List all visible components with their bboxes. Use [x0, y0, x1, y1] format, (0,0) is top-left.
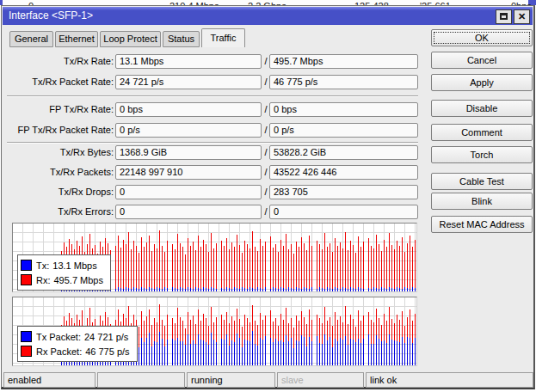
slash-separator: / — [262, 165, 269, 180]
tx-packet-rate-field[interactable]: 24 721 p/s — [115, 75, 262, 89]
tx-errors-field[interactable]: 0 — [115, 205, 262, 219]
field-label: Tx/Rx Packets: — [5, 165, 114, 180]
field-label: Tx/Rx Errors: — [5, 205, 114, 219]
slash-separator: / — [262, 54, 269, 69]
fp-tx-rate-field[interactable]: 0 bps — [115, 102, 262, 117]
field-label: Tx/Rx Rate: — [5, 54, 114, 69]
field-label: FP Tx/Rx Packet Rate: — [5, 123, 114, 138]
disable-button[interactable]: Disable — [431, 100, 533, 117]
tx-packets-field[interactable]: 22148 997 910 — [115, 165, 262, 180]
status-running: running — [187, 372, 275, 388]
traffic-rate-legend: Tx:13.1 Mbps Rx:495.7 Mbps — [17, 254, 111, 291]
legend-row: Tx:13.1 Mbps — [21, 258, 103, 273]
slash-separator: / — [262, 123, 269, 138]
legend-label: Rx Packet:46 775 p/s — [36, 346, 130, 357]
rx-packets-field[interactable]: 43522 426 446 — [269, 165, 418, 180]
tab-traffic[interactable]: Traffic — [201, 28, 245, 47]
blink-button[interactable]: Blink — [431, 193, 533, 210]
slash-separator: / — [262, 145, 269, 160]
cancel-button[interactable]: Cancel — [431, 52, 533, 69]
slash-separator: / — [262, 185, 269, 199]
traffic-rate-graph: Tx:13.1 Mbps Rx:495.7 Mbps — [12, 223, 417, 292]
fp-tx-packet-rate-field[interactable]: 0 p/s — [115, 123, 262, 138]
field-label: Tx/Rx Packet Rate: — [5, 75, 114, 89]
tab-general[interactable]: General — [9, 31, 53, 47]
tx-drops-field[interactable]: 0 — [115, 185, 262, 199]
status-empty — [97, 372, 185, 388]
reset-mac-address-button[interactable]: Reset MAC Address — [431, 216, 533, 233]
legend-label: Tx:13.1 Mbps — [36, 260, 97, 271]
status-link-ok: link ok — [366, 372, 533, 388]
ok-button[interactable]: OK — [431, 29, 533, 46]
group-separator — [7, 142, 418, 144]
fp-rx-rate-field[interactable]: 0 bps — [269, 102, 418, 117]
tab-loop-protect[interactable]: Loop Protect — [100, 31, 161, 47]
legend-label: Rx:495.7 Mbps — [36, 275, 103, 285]
legend-row: Rx Packet:46 775 p/s — [21, 344, 130, 358]
field-label: Tx/Rx Bytes: — [5, 145, 114, 160]
maximize-button[interactable] — [496, 9, 512, 24]
rx-color-swatch — [21, 274, 32, 285]
status-slave: slave — [277, 372, 364, 388]
tx-packet-color-swatch — [21, 331, 32, 342]
legend-row: Rx:495.7 Mbps — [21, 273, 103, 287]
fp-rx-packet-rate-field[interactable]: 0 p/s — [269, 123, 418, 138]
legend-row: Tx Packet:24 721 p/s — [21, 329, 130, 344]
field-label: Tx/Rx Drops: — [5, 185, 114, 199]
rx-rate-field[interactable]: 495.7 Mbps — [269, 54, 418, 69]
tx-rate-field[interactable]: 13.1 Mbps — [115, 54, 262, 69]
legend-label: Tx Packet:24 721 p/s — [36, 332, 128, 342]
packet-rate-graph: Tx Packet:24 721 p/s Rx Packet:46 775 p/… — [12, 297, 417, 366]
close-button[interactable]: ✕ — [514, 9, 530, 24]
apply-button[interactable]: Apply — [431, 74, 533, 91]
field-label: FP Tx/Rx Rate: — [5, 102, 114, 117]
tx-bytes-field[interactable]: 1368.9 GiB — [115, 145, 262, 160]
screen: 0 210.4 Mbps 2.2 Gbps 125 428 '25 661 0b… — [0, 0, 536, 392]
tab-status[interactable]: Status — [163, 31, 200, 47]
slash-separator: / — [262, 205, 269, 219]
rx-errors-field[interactable]: 0 — [269, 205, 418, 219]
interface-dialog: Interface <SFP-1> ✕ General Ethernet Loo… — [1, 5, 535, 389]
tx-color-swatch — [21, 260, 32, 271]
tab-ethernet[interactable]: Ethernet — [55, 31, 98, 47]
slash-separator: / — [262, 75, 269, 89]
torch-button[interactable]: Torch — [431, 146, 533, 163]
close-icon: ✕ — [518, 11, 526, 21]
status-enabled: enabled — [3, 372, 95, 388]
cable-test-button[interactable]: Cable Test — [431, 173, 533, 190]
title-bar[interactable]: Interface <SFP-1> ✕ — [3, 7, 533, 25]
maximize-icon — [500, 13, 508, 20]
packet-rate-legend: Tx Packet:24 721 p/s Rx Packet:46 775 p/… — [17, 326, 138, 362]
window-title: Interface <SFP-1> — [9, 9, 93, 21]
comment-button[interactable]: Comment — [431, 124, 533, 141]
slash-separator: / — [262, 102, 269, 117]
group-separator — [7, 95, 418, 97]
rx-packet-color-swatch — [21, 346, 32, 357]
rx-drops-field[interactable]: 283 705 — [269, 185, 418, 199]
rx-bytes-field[interactable]: 53828.2 GiB — [269, 145, 418, 160]
rx-packet-rate-field[interactable]: 46 775 p/s — [269, 75, 418, 89]
